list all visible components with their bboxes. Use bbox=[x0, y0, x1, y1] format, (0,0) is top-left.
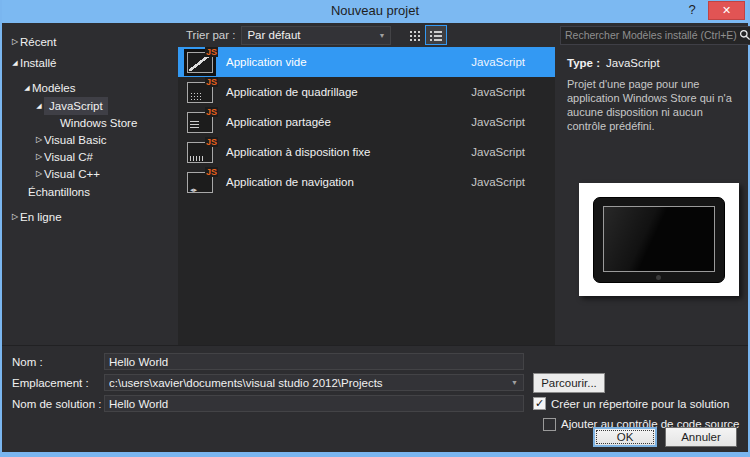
tablet-home-button-icon bbox=[656, 275, 661, 280]
titlebar: Nouveau projet ? ✕ bbox=[2, 0, 748, 23]
list-view-button[interactable] bbox=[425, 25, 447, 45]
search-input[interactable]: Rechercher Modèles installé (Ctrl+E) ▼ bbox=[560, 26, 750, 45]
tablet-screen bbox=[603, 206, 715, 272]
chevron-expanded-icon bbox=[22, 80, 32, 96]
list-view-icon bbox=[430, 30, 442, 41]
close-icon: ✕ bbox=[722, 4, 731, 16]
tree-item-visual-basic[interactable]: Visual Basic bbox=[2, 132, 178, 148]
tree-item-javascript[interactable]: JavaScript bbox=[2, 98, 178, 114]
search-bar: Rechercher Modèles installé (Ctrl+E) ▼ bbox=[555, 23, 748, 47]
view-toggle bbox=[403, 25, 447, 45]
location-input[interactable] bbox=[104, 374, 524, 391]
chevron-collapsed-icon bbox=[34, 166, 44, 182]
name-input[interactable] bbox=[104, 353, 524, 370]
search-placeholder: Rechercher Modèles installé (Ctrl+E) bbox=[565, 29, 737, 41]
type-line: Type :JavaScript bbox=[567, 57, 740, 69]
chevron-expanded-icon bbox=[34, 98, 44, 114]
grid-view-icon bbox=[409, 30, 420, 41]
navigation-app-template-icon: JS bbox=[187, 172, 213, 193]
chevron-collapsed-icon bbox=[34, 149, 44, 165]
template-list: JS Application vide JavaScript JS Applic… bbox=[178, 47, 555, 345]
tree-item-visual-csharp[interactable]: Visual C# bbox=[2, 149, 178, 165]
chevron-collapsed-icon bbox=[10, 209, 20, 225]
template-preview-card bbox=[579, 183, 739, 296]
create-directory-checkbox-row[interactable]: Créer un répertoire pour la solution bbox=[533, 397, 729, 410]
search-icon[interactable] bbox=[739, 29, 750, 41]
ok-button[interactable]: OK bbox=[593, 427, 657, 447]
project-settings-panel: Nom : Emplacement : ▼ Parcourir... Nom d… bbox=[2, 345, 748, 452]
help-button[interactable]: ? bbox=[683, 2, 701, 20]
tablet-preview-image bbox=[593, 197, 725, 283]
source-control-checkbox[interactable] bbox=[543, 418, 556, 431]
chevron-down-icon: ▼ bbox=[378, 32, 385, 39]
template-row-application-disposition-fixe[interactable]: JS Application à disposition fixe JavaSc… bbox=[178, 137, 555, 167]
new-project-dialog: Nouveau projet ? ✕ Récent Installé Modèl… bbox=[0, 0, 750, 457]
main-area: Récent Installé Modèles JavaScript Windo… bbox=[2, 23, 748, 345]
sort-toolbar: Trier par : Par défaut ▼ bbox=[178, 23, 555, 47]
name-label: Nom : bbox=[2, 356, 104, 368]
tree-item-visual-cpp[interactable]: Visual C++ bbox=[2, 166, 178, 182]
template-info: Type :JavaScript Projet d'une page pour … bbox=[555, 47, 748, 296]
chevron-collapsed-icon bbox=[10, 34, 20, 50]
sort-dropdown[interactable]: Par défaut ▼ bbox=[241, 26, 391, 45]
cancel-button[interactable]: Annuler bbox=[665, 427, 737, 447]
dialog-buttons: OK Annuler bbox=[593, 427, 737, 447]
sort-label: Trier par : bbox=[186, 29, 235, 41]
split-app-template-icon: JS bbox=[187, 112, 213, 133]
template-row-application-quadrillage[interactable]: JS Application de quadrillage JavaScript bbox=[178, 77, 555, 107]
tree-item-en-ligne[interactable]: En ligne bbox=[2, 209, 178, 225]
tree-item-echantillons[interactable]: Échantillons bbox=[2, 184, 178, 200]
name-row: Nom : bbox=[2, 353, 748, 370]
dialog-title: Nouveau projet bbox=[2, 3, 748, 18]
solution-name-label: Nom de solution : bbox=[2, 398, 104, 410]
small-icons-view-button[interactable] bbox=[403, 25, 425, 45]
tree-item-modeles[interactable]: Modèles bbox=[2, 80, 178, 96]
tree-item-windows-store[interactable]: Windows Store bbox=[2, 115, 178, 131]
create-directory-checkbox[interactable] bbox=[533, 397, 546, 410]
browse-button[interactable]: Parcourir... bbox=[533, 373, 605, 393]
template-row-application-vide[interactable]: JS Application vide JavaScript bbox=[178, 47, 555, 77]
solution-row: Nom de solution : Créer un répertoire po… bbox=[2, 395, 748, 412]
type-value: JavaScript bbox=[606, 57, 660, 69]
info-pane: Rechercher Modèles installé (Ctrl+E) ▼ T… bbox=[555, 23, 748, 345]
create-directory-label: Créer un répertoire pour la solution bbox=[551, 398, 729, 410]
category-tree: Récent Installé Modèles JavaScript Windo… bbox=[2, 23, 178, 345]
location-row: Emplacement : ▼ Parcourir... bbox=[2, 374, 748, 391]
chevron-collapsed-icon bbox=[34, 132, 44, 148]
fixed-layout-app-template-icon: JS bbox=[187, 142, 213, 163]
template-row-application-navigation[interactable]: JS Application de navigation JavaScript bbox=[178, 167, 555, 197]
sort-value: Par défaut bbox=[247, 29, 300, 41]
template-description: Projet d'une page pour une application W… bbox=[567, 77, 743, 133]
tree-item-recent[interactable]: Récent bbox=[2, 34, 178, 50]
location-combobox: ▼ bbox=[104, 374, 524, 391]
grid-app-template-icon: JS bbox=[187, 82, 213, 103]
solution-name-input[interactable] bbox=[104, 395, 524, 412]
type-label: Type : bbox=[567, 57, 600, 69]
chevron-expanded-icon bbox=[10, 55, 20, 71]
tree-item-installe[interactable]: Installé bbox=[2, 55, 178, 71]
template-row-application-partagee[interactable]: JS Application partagée JavaScript bbox=[178, 107, 555, 137]
location-label: Emplacement : bbox=[2, 377, 104, 389]
close-button[interactable]: ✕ bbox=[708, 1, 745, 20]
template-list-pane: Trier par : Par défaut ▼ JS Application … bbox=[178, 23, 555, 345]
blank-app-template-icon: JS bbox=[187, 52, 213, 73]
